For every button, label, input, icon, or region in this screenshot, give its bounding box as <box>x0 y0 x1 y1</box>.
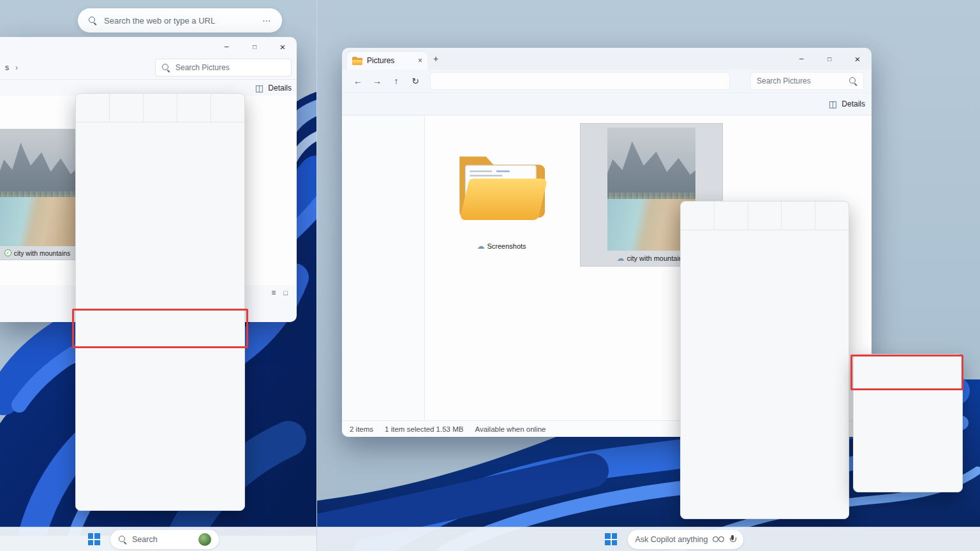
menu-item[interactable] <box>78 375 242 392</box>
thumbnail-view-icon[interactable]: □ <box>283 289 288 297</box>
menu-item[interactable] <box>683 400 846 416</box>
toolbar-button[interactable]: ▾ <box>616 97 637 111</box>
breadcrumb-fragment[interactable]: s <box>5 63 9 72</box>
breadcrumb-item[interactable] <box>507 76 525 86</box>
breadcrumb-item[interactable] <box>489 76 507 86</box>
menu-item[interactable] <box>78 242 242 259</box>
tab-pictures[interactable]: Pictures × <box>347 52 427 70</box>
menu-toolbar-button[interactable] <box>714 202 748 230</box>
toolbar-button[interactable]: ▾ <box>549 97 570 111</box>
sidebar-item[interactable] <box>345 155 422 172</box>
sidebar-item[interactable] <box>345 122 422 138</box>
menu-toolbar-button[interactable] <box>681 202 714 230</box>
toolbar-button[interactable]: ▾ <box>482 97 503 111</box>
menu-item[interactable] <box>683 350 846 367</box>
sidebar-item[interactable] <box>345 321 422 337</box>
menu-toolbar-button[interactable] <box>815 202 849 230</box>
breadcrumb-item[interactable] <box>454 76 471 86</box>
search-input[interactable]: Search Pictures <box>155 59 292 77</box>
menu-item[interactable] <box>78 325 242 342</box>
taskbar-search[interactable]: Search <box>110 530 219 549</box>
sidebar-item[interactable] <box>345 254 422 271</box>
menu-item[interactable] <box>856 456 960 473</box>
maximize-button[interactable]: □ <box>815 48 843 70</box>
menu-item[interactable] <box>78 358 242 375</box>
sidebar-item[interactable] <box>345 354 422 371</box>
breadcrumb-item[interactable] <box>436 76 454 86</box>
menu-item[interactable] <box>683 317 846 334</box>
menu-toolbar-button[interactable] <box>76 94 109 122</box>
taskbar-app-button[interactable] <box>749 485 771 507</box>
menu-toolbar-button[interactable] <box>211 94 244 122</box>
menu-item[interactable] <box>78 425 242 441</box>
menu-item[interactable] <box>683 300 846 317</box>
breadcrumb-item[interactable] <box>471 76 489 86</box>
menu-item[interactable] <box>683 383 846 400</box>
toolbar-button[interactable]: ▾ <box>371 97 392 111</box>
menu-item[interactable] <box>683 466 846 483</box>
menu-item[interactable] <box>78 292 242 309</box>
menu-item[interactable] <box>78 441 242 458</box>
menu-item[interactable] <box>856 439 960 456</box>
minimize-button[interactable]: – <box>787 48 815 70</box>
toolbar-button[interactable]: ▾ <box>594 97 615 111</box>
taskbar-copilot-search[interactable]: Ask Copilot anything <box>628 530 744 549</box>
menu-item[interactable] <box>78 342 242 358</box>
menu-item[interactable] <box>683 267 846 284</box>
sidebar-item[interactable] <box>345 205 422 221</box>
maximize-button[interactable]: □ <box>241 37 269 56</box>
start-button[interactable] <box>600 529 622 550</box>
up-icon[interactable]: ↑ <box>388 73 405 89</box>
minimize-button[interactable]: – <box>212 37 241 56</box>
menu-item[interactable] <box>683 251 846 267</box>
menu-item[interactable] <box>78 392 242 408</box>
menu-toolbar-button[interactable] <box>177 94 211 122</box>
toolbar-button[interactable]: ▾ <box>5 74 26 88</box>
sidebar-item[interactable] <box>345 172 422 188</box>
sidebar-item[interactable] <box>345 138 422 155</box>
forward-icon[interactable]: → <box>369 73 385 89</box>
menu-item[interactable] <box>683 433 846 450</box>
menu-item[interactable] <box>683 284 846 300</box>
search-input[interactable]: Search Pictures <box>750 72 864 90</box>
menu-toolbar-button[interactable] <box>143 94 177 122</box>
menu-item[interactable] <box>683 367 846 383</box>
details-pane-button[interactable]: Details <box>827 99 865 109</box>
toolbar-button[interactable]: ▾ <box>460 97 481 111</box>
sidebar-item[interactable] <box>345 337 422 354</box>
menu-item[interactable] <box>78 126 242 143</box>
refresh-icon[interactable]: ↻ <box>407 73 424 89</box>
taskbar-app-button[interactable] <box>749 529 771 550</box>
taskbar-app-button[interactable] <box>225 507 246 529</box>
toolbar-button[interactable]: ▾ <box>438 97 459 111</box>
menu-item[interactable] <box>78 193 242 209</box>
breadcrumb[interactable]: s › <box>5 63 18 72</box>
web-search-bar[interactable]: Search the web or type a URL ⋯ <box>78 8 282 33</box>
microphone-icon[interactable] <box>729 535 736 544</box>
taskbar-app-button[interactable] <box>749 507 771 529</box>
menu-item[interactable] <box>78 159 242 176</box>
close-button[interactable]: × <box>269 37 297 56</box>
menu-item[interactable] <box>683 334 846 350</box>
sidebar-item[interactable] <box>345 271 422 288</box>
menu-item[interactable] <box>78 143 242 159</box>
menu-item[interactable] <box>78 458 242 474</box>
menu-item[interactable] <box>78 259 242 276</box>
menu-item[interactable] <box>78 176 242 193</box>
details-pane-button[interactable]: Details <box>253 83 292 93</box>
toolbar-button[interactable]: ▾ <box>505 97 526 111</box>
toolbar-button[interactable]: ▾ <box>393 97 414 111</box>
folder-tile[interactable]: ☁ Screenshots <box>444 131 559 270</box>
sidebar-item[interactable] <box>345 304 422 321</box>
menu-item[interactable] <box>856 356 960 373</box>
toolbar-button[interactable]: ▾ <box>572 97 593 111</box>
menu-item[interactable] <box>856 390 960 406</box>
new-tab-button[interactable]: + <box>427 54 444 64</box>
menu-item[interactable] <box>856 473 960 489</box>
menu-item[interactable] <box>78 209 242 226</box>
breadcrumb-item[interactable] <box>525 76 543 86</box>
sidebar-item[interactable] <box>345 238 422 254</box>
menu-item[interactable] <box>78 226 242 242</box>
toolbar-button[interactable]: ▾ <box>348 97 369 111</box>
menu-item[interactable] <box>683 234 846 251</box>
